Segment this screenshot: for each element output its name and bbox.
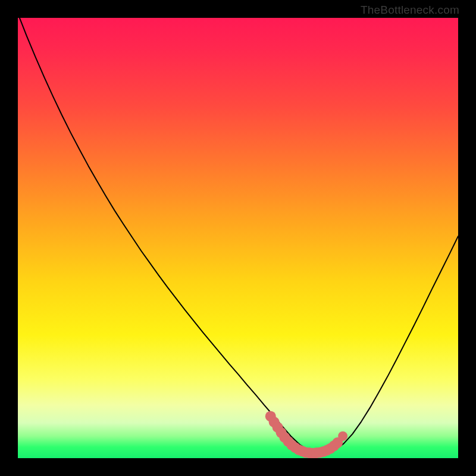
watermark-text: TheBottleneck.com — [361, 4, 459, 17]
highlight-dots — [265, 411, 347, 458]
chart-frame: TheBottleneck.com — [0, 0, 476, 476]
highlight-dots-layer — [18, 18, 458, 458]
highlight-dot — [338, 431, 347, 441]
plot-area — [18, 18, 458, 458]
